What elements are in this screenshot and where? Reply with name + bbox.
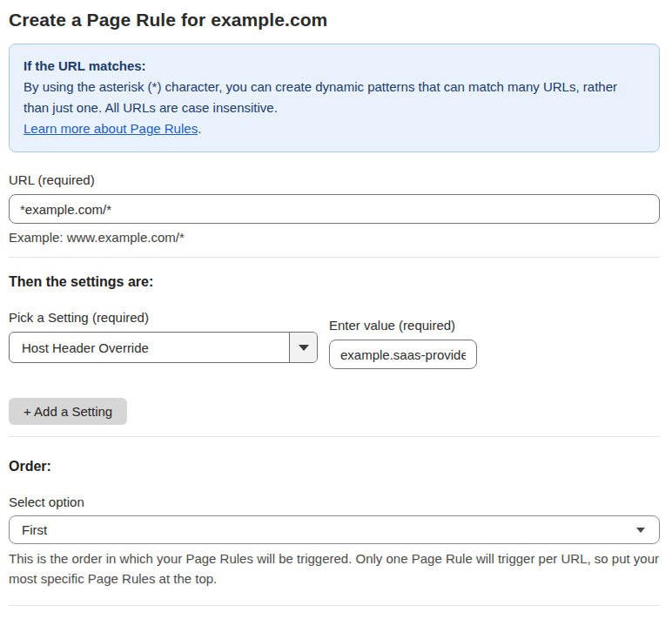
setting-select[interactable]: Host Header Override	[9, 332, 318, 363]
divider	[9, 605, 660, 606]
info-box-heading: If the URL matches:	[24, 56, 645, 77]
order-section-heading: Order:	[9, 459, 660, 474]
order-select-value: First	[22, 522, 47, 537]
create-page-rule-form: Create a Page Rule for example.com If th…	[0, 0, 672, 619]
settings-section-heading: Then the settings are:	[9, 274, 660, 290]
chevron-down-icon	[636, 528, 645, 533]
settings-row: Pick a Setting (required) Host Header Ov…	[9, 310, 660, 369]
divider	[9, 436, 660, 437]
order-hint: This is the order in which your Page Rul…	[9, 548, 660, 589]
url-field-label: URL (required)	[9, 172, 660, 187]
url-input[interactable]	[9, 194, 660, 224]
url-field-group: URL (required) Example: www.example.com/…	[9, 172, 660, 245]
learn-more-page-rules-link[interactable]: Learn more about Page Rules	[24, 121, 198, 136]
url-matches-info-box: If the URL matches: By using the asteris…	[9, 44, 660, 152]
enter-value-label: Enter value (required)	[329, 318, 477, 333]
chevron-down-icon	[299, 345, 309, 351]
pick-setting-group: Pick a Setting (required) Host Header Ov…	[9, 310, 318, 369]
url-field-hint: Example: www.example.com/*	[9, 230, 660, 245]
order-select-label: Select option	[9, 495, 660, 509]
order-select[interactable]: First	[9, 515, 660, 544]
link-suffix: .	[198, 121, 201, 136]
info-box-body: By using the asterisk (*) character, you…	[24, 77, 645, 118]
pick-setting-label: Pick a Setting (required)	[9, 310, 318, 325]
divider	[9, 257, 660, 258]
setting-select-arrow-section[interactable]	[289, 333, 317, 362]
enter-value-group: Enter value (required)	[329, 318, 477, 369]
add-setting-button[interactable]: + Add a Setting	[9, 398, 127, 425]
setting-select-value: Host Header Override	[10, 333, 289, 362]
setting-value-input[interactable]	[329, 340, 477, 369]
page-title: Create a Page Rule for example.com	[9, 10, 660, 30]
info-box-link-line: Learn more about Page Rules.	[24, 118, 645, 139]
